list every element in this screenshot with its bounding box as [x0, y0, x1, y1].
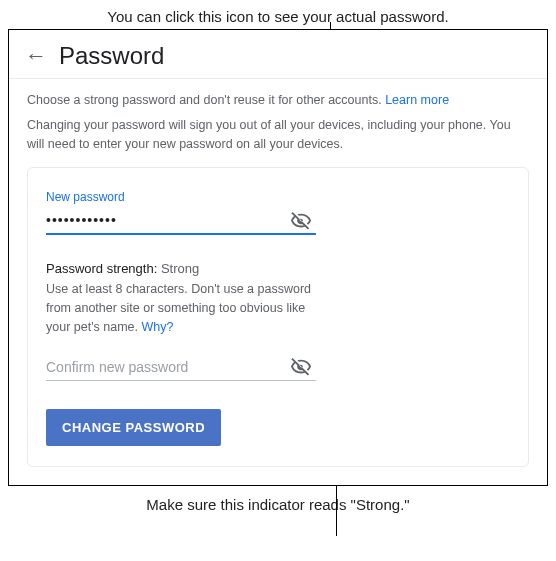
change-password-button[interactable]: CHANGE PASSWORD: [46, 409, 221, 446]
panel-header: ← Password: [9, 30, 547, 78]
annotation-top: You can click this icon to see your actu…: [0, 0, 556, 29]
panel-body: Choose a strong password and don't reuse…: [9, 79, 547, 485]
info-text-2: Changing your password will sign you out…: [27, 116, 529, 154]
visibility-off-icon[interactable]: [286, 356, 316, 378]
password-hint: Use at least 8 characters. Don't use a p…: [46, 280, 316, 336]
annotation-bottom: Make sure this indicator reads "Strong.": [0, 486, 556, 523]
password-strength-row: Password strength: Strong: [46, 261, 510, 276]
new-password-input-row: [46, 208, 316, 235]
new-password-block: New password: [46, 190, 510, 235]
new-password-input[interactable]: [46, 208, 286, 233]
strength-label: Password strength:: [46, 261, 161, 276]
confirm-password-input[interactable]: [46, 355, 286, 380]
confirm-password-input-row: [46, 355, 316, 381]
learn-more-link[interactable]: Learn more: [385, 93, 449, 107]
confirm-password-block: [46, 355, 510, 381]
why-link[interactable]: Why?: [142, 320, 174, 334]
page-title: Password: [59, 42, 164, 70]
info-text-1-prefix: Choose a strong password and don't reuse…: [27, 93, 385, 107]
password-card: New password Password strength: Strong U…: [27, 167, 529, 466]
new-password-label: New password: [46, 190, 510, 204]
info-text-1: Choose a strong password and don't reuse…: [27, 91, 529, 110]
password-panel: ← Password Choose a strong password and …: [8, 29, 548, 486]
strength-value: Strong: [161, 261, 199, 276]
hint-body: Use at least 8 characters. Don't use a p…: [46, 282, 311, 334]
visibility-off-icon[interactable]: [286, 210, 316, 232]
back-arrow-icon[interactable]: ←: [25, 45, 47, 67]
